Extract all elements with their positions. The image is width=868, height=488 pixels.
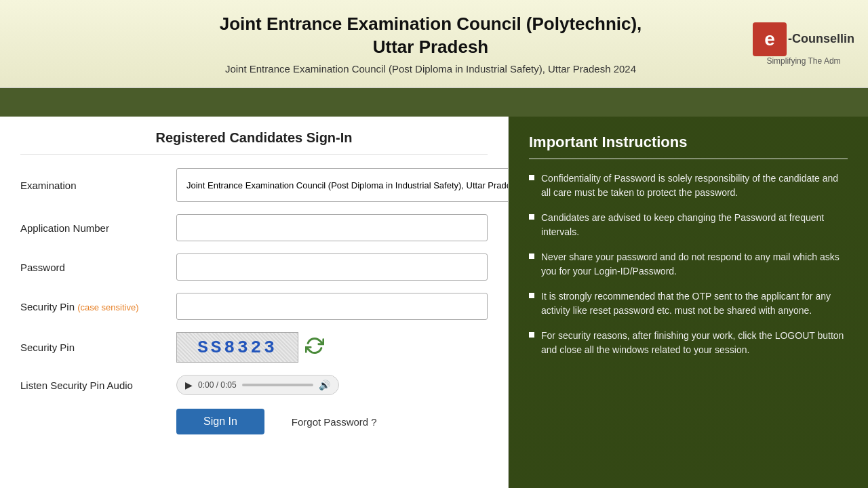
header-subtitle: Joint Entrance Examination Council (Post… (108, 63, 753, 75)
examination-select[interactable]: Joint Entrance Examination Council (Post… (176, 168, 509, 202)
left-panel: Registered Candidates Sign-In Examinatio… (0, 117, 509, 488)
security-pin-input[interactable] (176, 293, 488, 320)
main-content: Registered Candidates Sign-In Examinatio… (0, 117, 868, 488)
volume-button[interactable]: 🔊 (319, 380, 330, 390)
refresh-captcha-button[interactable] (305, 336, 324, 359)
audio-player: ▶ 0:00 / 0:05 🔊 (176, 375, 339, 395)
instruction-item-3: Never share your password and do not res… (529, 250, 848, 279)
listen-label: Listen Security Pin Audio (20, 380, 176, 391)
audio-time: 0:00 / 0:05 (198, 380, 237, 390)
password-label: Password (20, 262, 176, 273)
forgot-password-link[interactable]: Forgot Password ? (292, 416, 377, 428)
instruction-item-2: Candidates are advised to keep changing … (529, 211, 848, 239)
bullet-icon-1 (529, 175, 534, 180)
progress-bar (242, 384, 313, 386)
play-button[interactable]: ▶ (185, 380, 193, 390)
page-header: Joint Entrance Examination Council (Poly… (0, 0, 868, 88)
security-pin-captcha-row: Security Pin SS8323 (20, 332, 488, 363)
application-number-label: Application Number (20, 222, 176, 234)
instruction-item-1: Confidentiality of Password is solely re… (529, 171, 848, 200)
header-logo: e -Counsellin Simplifying The Adm (753, 22, 854, 66)
security-pin-captcha-label: Security Pin (20, 342, 176, 353)
form-title: Registered Candidates Sign-In (20, 130, 488, 155)
instruction-item-4: It is strongly recommended that the OTP … (529, 289, 848, 318)
password-row: Password (20, 253, 488, 281)
nav-bar (0, 88, 868, 117)
logo-icon: e (753, 22, 787, 56)
sign-in-button[interactable]: Sign In (176, 409, 264, 434)
header-title: Joint Entrance Examination Council (Poly… (108, 13, 753, 59)
bullet-icon-5 (529, 332, 534, 338)
bullet-icon-3 (529, 253, 534, 259)
examination-row: Examination Joint Entrance Examination C… (20, 168, 488, 202)
application-number-row: Application Number (20, 214, 488, 241)
examination-label: Examination (20, 180, 176, 191)
right-panel: Important Instructions Confidentiality o… (509, 117, 868, 488)
bullet-icon-4 (529, 293, 534, 298)
bullet-icon-2 (529, 214, 534, 220)
logo-brand: -Counsellin (788, 32, 854, 46)
audio-row: Listen Security Pin Audio ▶ 0:00 / 0:05 … (20, 375, 488, 395)
application-number-input[interactable] (176, 214, 488, 241)
security-pin-label: Security Pin (case sensitive) (20, 301, 176, 312)
instructions-title: Important Instructions (529, 134, 848, 159)
btn-row: Sign In Forgot Password ? (20, 409, 488, 434)
password-input[interactable] (176, 253, 488, 281)
logo-tagline: Simplifying The Adm (766, 56, 840, 66)
instruction-item-5: For security reasons, after finishing yo… (529, 329, 848, 357)
captcha-area: SS8323 (176, 332, 324, 363)
header-center: Joint Entrance Examination Council (Poly… (108, 13, 753, 75)
case-sensitive-note: (case sensitive) (77, 302, 138, 312)
security-pin-row: Security Pin (case sensitive) (20, 293, 488, 320)
captcha-image: SS8323 (176, 332, 298, 363)
